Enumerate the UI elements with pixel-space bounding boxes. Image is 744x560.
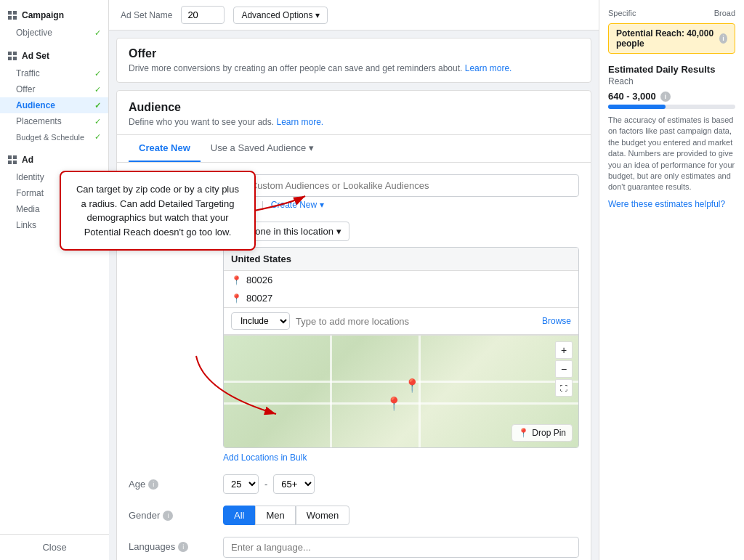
est-results-title: Estimated Daily Results — [608, 64, 735, 75]
location-zip1: 📍 80026 — [224, 271, 578, 289]
audience-title: Audience — [129, 101, 579, 114]
reach-range: 640 - 3,000 i — [608, 91, 735, 102]
age-control: 25 18213035 - 65+ 1821253035404550556065 — [223, 474, 579, 494]
svg-rect-5 — [13, 52, 17, 55]
age-info[interactable]: i — [148, 479, 158, 490]
svg-rect-6 — [8, 57, 12, 60]
audience-description: Define who you want to see your ads. Lea… — [129, 117, 579, 127]
age-min-select[interactable]: 25 18213035 — [223, 474, 259, 494]
gender-label: Gender i — [129, 506, 223, 521]
annotation-text: Can target by zip code or by a city plus… — [76, 184, 239, 238]
ad-header[interactable]: Ad — [0, 150, 108, 169]
offer-section: Offer Drive more conversions by creating… — [116, 38, 591, 83]
objective-check: ✓ — [94, 28, 101, 38]
languages-label: Languages i — [129, 537, 223, 552]
locations-control: Everyone in this location ▾ United State… — [223, 222, 579, 463]
adset-icon — [7, 51, 17, 61]
audience-learn-more[interactable]: Learn more. — [276, 117, 323, 127]
drop-pin-btn[interactable]: 📍 Drop Pin — [512, 424, 573, 442]
svg-rect-10 — [8, 161, 12, 164]
age-dash: - — [264, 479, 267, 490]
pin-icon-1: 📍 — [231, 275, 242, 285]
create-new-link[interactable]: Create New ▾ — [271, 200, 324, 210]
audience-tabs: Create New Use a Saved Audience ▾ — [117, 135, 591, 163]
zoom-out-btn[interactable]: − — [555, 360, 573, 378]
location-box: United States 📍 80026 📍 80027 — [223, 247, 579, 448]
campaign-icon — [7, 10, 17, 20]
svg-rect-9 — [13, 155, 17, 159]
sidebar-item-budget[interactable]: Budget & Schedule ✓ — [0, 129, 108, 145]
age-label: Age i — [129, 474, 223, 490]
budget-label: Budget & Schedule — [16, 133, 84, 142]
sidebar-item-audience[interactable]: Audience ✓ — [0, 97, 108, 113]
browse-locations-btn[interactable]: Browse — [542, 316, 571, 326]
audience-links: Exclude | Create New ▾ — [223, 200, 579, 210]
gender-btn-group: All Men Women — [223, 506, 579, 525]
include-dropdown[interactable]: Include Exclude — [231, 312, 290, 330]
sidebar-item-placements[interactable]: Placements ✓ — [0, 113, 108, 129]
tab-saved-audience[interactable]: Use a Saved Audience ▾ — [201, 135, 324, 162]
identity-label: Identity — [16, 172, 44, 182]
est-helpful-link[interactable]: Were these estimates helpful? — [608, 199, 735, 209]
budget-check: ✓ — [94, 132, 101, 142]
sidebar-item-objective[interactable]: Objective ✓ — [0, 25, 108, 41]
campaign-header[interactable]: Campaign — [0, 6, 108, 25]
media-label: Media — [16, 204, 40, 214]
svg-rect-0 — [8, 11, 12, 15]
map-container: 📍 📍 + − ⛶ — [224, 335, 578, 447]
svg-rect-2 — [8, 16, 12, 20]
svg-rect-3 — [13, 16, 17, 20]
advanced-options-btn[interactable]: Advanced Options ▾ — [233, 7, 327, 24]
svg-rect-8 — [8, 155, 12, 159]
close-label: Close — [42, 542, 66, 553]
potential-reach-info[interactable]: i — [719, 33, 727, 44]
audience-sidebar-label: Audience — [16, 100, 55, 110]
gender-men-btn[interactable]: Men — [255, 506, 295, 525]
offer-sidebar-label: Offer — [16, 84, 35, 94]
languages-control — [223, 537, 579, 558]
fullscreen-btn[interactable]: ⛶ — [555, 379, 573, 397]
age-selects: 25 18213035 - 65+ 1821253035404550556065 — [223, 474, 579, 494]
location-type-input[interactable] — [296, 316, 536, 327]
objective-label: Objective — [16, 28, 52, 38]
gender-row: Gender i All Men Women — [129, 506, 579, 525]
languages-info[interactable]: i — [178, 542, 188, 552]
gender-women-btn[interactable]: Women — [296, 506, 350, 525]
svg-rect-7 — [13, 57, 17, 60]
reach-range-info[interactable]: i — [660, 92, 671, 102]
adset-name-input[interactable] — [181, 6, 225, 24]
reach-range-value: 640 - 3,000 — [608, 91, 656, 102]
zoom-in-btn[interactable]: + — [555, 341, 573, 359]
map-controls: + − ⛶ — [555, 341, 573, 397]
reach-slider: Specific Broad — [608, 9, 735, 17]
languages-input[interactable] — [223, 537, 579, 558]
custom-audiences-input[interactable] — [223, 174, 579, 197]
top-bar: Ad Set Name Advanced Options ▾ — [109, 0, 599, 31]
broad-label: Broad — [714, 9, 735, 17]
tab-create-new[interactable]: Create New — [129, 135, 201, 162]
adset-label: Ad Set — [22, 51, 49, 61]
languages-row: Languages i — [129, 537, 579, 558]
svg-rect-4 — [8, 52, 12, 55]
gender-info[interactable]: i — [163, 511, 173, 521]
age-max-select[interactable]: 65+ 1821253035404550556065 — [273, 474, 315, 494]
location-zip2: 📍 80027 — [224, 289, 578, 307]
potential-reach-text: Potential Reach: 40,000 people — [616, 28, 716, 49]
location-include-bar: Include Exclude Browse — [224, 307, 578, 335]
offer-description: Drive more conversions by creating an of… — [129, 63, 579, 73]
svg-rect-1 — [13, 11, 17, 15]
campaign-label: Campaign — [22, 10, 64, 20]
gender-all-btn[interactable]: All — [223, 506, 255, 525]
ad-label: Ad — [22, 155, 33, 165]
sidebar-item-offer[interactable]: Offer ✓ — [0, 81, 108, 97]
close-button[interactable]: Close — [0, 534, 109, 560]
right-panel: Specific Broad Potential Reach: 40,000 p… — [599, 0, 744, 560]
offer-learn-more[interactable]: Learn more. — [465, 63, 512, 73]
map-pin-1: 📍 — [404, 378, 420, 394]
audience-check: ✓ — [94, 101, 101, 110]
sidebar-item-traffic[interactable]: Traffic ✓ — [0, 65, 108, 81]
add-locations-bulk-link[interactable]: Add Locations in Bulk — [223, 453, 579, 463]
adset-header[interactable]: Ad Set — [0, 46, 108, 65]
location-country: United States — [224, 248, 578, 271]
est-note: The accuracy of estimates is based on fa… — [608, 115, 735, 193]
